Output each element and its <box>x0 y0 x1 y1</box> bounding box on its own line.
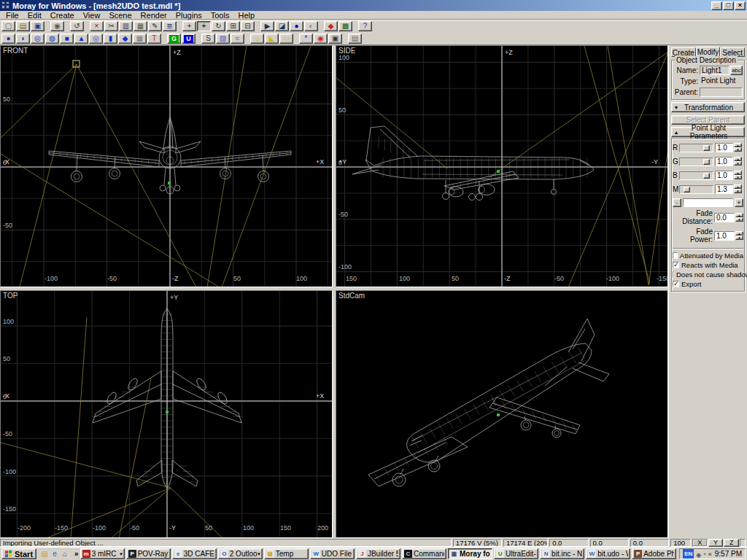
slider-value-b[interactable]: 1.0 <box>715 171 733 180</box>
viewport-top[interactable]: -200-150-100-5050100150200100500-50-100-… <box>0 290 333 538</box>
grid-size-field[interactable]: 100 <box>670 539 691 547</box>
create-area-light-button[interactable]: ▭ <box>279 34 293 44</box>
close-button[interactable]: × <box>735 1 746 10</box>
minimize-button[interactable]: _ <box>711 1 722 10</box>
delete-button[interactable]: × <box>90 21 104 31</box>
menu-help[interactable]: Help <box>233 11 259 20</box>
create-bezier-button[interactable]: ▨ <box>216 34 230 44</box>
fade-distance-field[interactable]: 0.0 <box>714 213 735 222</box>
create-sphere-button[interactable]: ● <box>1 34 15 44</box>
slider-thumb[interactable] <box>703 145 710 151</box>
export-scene-button[interactable]: ◉ <box>50 21 64 31</box>
spin-down-button[interactable]: ▾ <box>734 147 742 152</box>
render-object-button[interactable]: ● <box>290 21 303 31</box>
render-scene-button[interactable]: ▶ <box>260 21 274 31</box>
taskbar-item[interactable]: CCommand P... <box>402 548 446 559</box>
save-file-button[interactable]: ▣ <box>31 21 44 31</box>
create-material-button[interactable]: ◉ <box>314 34 328 44</box>
slider-value-g[interactable]: 1.0 <box>715 157 733 166</box>
taskbar-item[interactable]: PAdobe Phot... <box>632 548 676 559</box>
create-text-button[interactable]: T <box>147 34 161 44</box>
taskbar-item[interactable]: O2 Outlook ...▾ <box>218 548 263 559</box>
taskbar-item[interactable]: WUDO File Fo... <box>310 548 355 559</box>
taskbar-item[interactable]: PPOV-Ray fo... <box>126 548 171 559</box>
spin-down-button[interactable]: ▾ <box>735 236 743 240</box>
transformation-header[interactable]: ▼ Transformation <box>671 102 745 112</box>
spin-down-button[interactable]: ▾ <box>734 175 742 179</box>
menu-view[interactable]: View <box>79 11 105 20</box>
taskbar-item[interactable]: m3 mIRC▾ <box>80 548 125 559</box>
point-light-parameters-header[interactable]: ▲ Point Light Parameters <box>671 127 745 137</box>
undo-button[interactable]: ↺ <box>70 21 84 31</box>
messenger-tray-icon[interactable]: * <box>703 551 706 559</box>
create-ellipsoid-button[interactable]: ◎ <box>31 34 44 44</box>
create-blob-button[interactable]: ◍ <box>45 34 59 44</box>
spin-down-button[interactable]: ▾ <box>734 161 742 166</box>
parent-field[interactable] <box>700 88 743 97</box>
copy-button[interactable]: ▥ <box>119 21 133 31</box>
create-cylinder-button[interactable]: ▮ <box>104 34 117 44</box>
slider-track-b[interactable] <box>679 171 713 180</box>
menu-create[interactable]: Create <box>46 11 79 20</box>
cut-button[interactable]: ✂ <box>104 21 118 31</box>
color-swatch[interactable] <box>683 198 733 207</box>
viewport-stdcam[interactable]: StdCam <box>336 290 668 538</box>
checkbox-checked[interactable]: ✓ <box>673 281 679 287</box>
open-file-button[interactable]: ▤ <box>16 21 30 31</box>
internet-explorer-icon[interactable]: e <box>50 549 60 559</box>
menu-edit[interactable]: Edit <box>23 11 46 20</box>
create-box-button[interactable]: ■ <box>60 34 74 44</box>
create-cone-button[interactable]: ▲ <box>74 34 88 44</box>
rotate-mode-button[interactable]: ↻ <box>212 21 225 31</box>
new-file-button[interactable]: ▢ <box>1 21 15 31</box>
csg-group-button[interactable]: G <box>167 34 181 44</box>
show-desktop-icon[interactable]: ⌂ <box>60 549 70 559</box>
color-plus-button[interactable]: + <box>735 198 743 207</box>
help-button[interactable]: ? <box>358 21 372 31</box>
start-button[interactable]: Start <box>1 548 36 559</box>
checkbox-unchecked[interactable] <box>673 271 674 278</box>
scheduler-tray-icon[interactable]: ◆ <box>696 551 701 559</box>
create-mesh-button[interactable]: ▦ <box>133 34 147 44</box>
taskbar-item[interactable]: JJBuilder 5 - ... <box>356 548 400 559</box>
axis-y-button[interactable]: Y <box>708 539 724 547</box>
move-mode-button[interactable]: + <box>197 21 211 31</box>
render-settings-button[interactable]: ▩ <box>338 21 352 31</box>
materials-button[interactable]: ◆ <box>324 21 338 31</box>
slider-thumb[interactable] <box>703 159 710 165</box>
render-preview-button[interactable]: ▤ <box>348 34 362 44</box>
color-minus-button[interactable]: · <box>673 198 681 207</box>
name-field[interactable]: Light1 <box>700 66 729 75</box>
create-camera-button[interactable]: ▣ <box>328 34 342 44</box>
axis-z-button[interactable]: Z <box>724 539 739 547</box>
taskbar-item[interactable]: ▤Temp <box>264 548 309 559</box>
spin-down-button[interactable]: ▾ <box>735 217 743 222</box>
spin-down-button[interactable]: ▾ <box>734 189 742 193</box>
csg-union-button[interactable]: U <box>182 34 196 44</box>
taskbar-item[interactable]: UUltraEdit-32 <box>494 548 538 559</box>
create-torus-button[interactable]: ◎ <box>89 34 103 44</box>
menu-tools[interactable]: Tools <box>206 11 234 20</box>
tab-modify[interactable]: Modify <box>696 47 721 57</box>
create-prism-button[interactable]: ◆ <box>118 34 132 44</box>
render-pause-button[interactable]: ◐ <box>304 21 318 31</box>
fade-power-field[interactable]: 1.0 <box>714 231 735 241</box>
taskbar-item[interactable]: Wbit.udo - W... <box>586 548 630 559</box>
viewport-side[interactable]: 15010050-50-100-150100500-50-100+Z-Z+Y-Y… <box>336 45 668 287</box>
toolbar-overflow-chevron[interactable]: » <box>73 550 80 558</box>
slider-thumb[interactable] <box>703 173 710 179</box>
menu-file[interactable]: File <box>1 11 23 20</box>
create-spot-light-button[interactable]: ◣ <box>265 34 279 44</box>
slider-thumb[interactable] <box>684 187 690 192</box>
edit-points-button[interactable]: ✎ <box>148 21 162 31</box>
tray-chevron[interactable]: « <box>708 551 712 558</box>
slider-track-g[interactable] <box>679 158 713 166</box>
checkbox-checked[interactable]: ✓ <box>673 262 679 268</box>
create-lathe-button[interactable]: S <box>201 34 215 44</box>
slider-value-r[interactable]: 1.0 <box>715 143 733 152</box>
translate-mode-button[interactable]: + <box>182 21 196 31</box>
taskbar-item[interactable]: e3D CAFE'S ... <box>172 548 217 559</box>
taskbar-item[interactable]: ▦Moray for ... <box>448 548 492 559</box>
slider-track-m[interactable] <box>679 185 713 194</box>
create-point-light-button[interactable]: ☼ <box>250 34 264 44</box>
